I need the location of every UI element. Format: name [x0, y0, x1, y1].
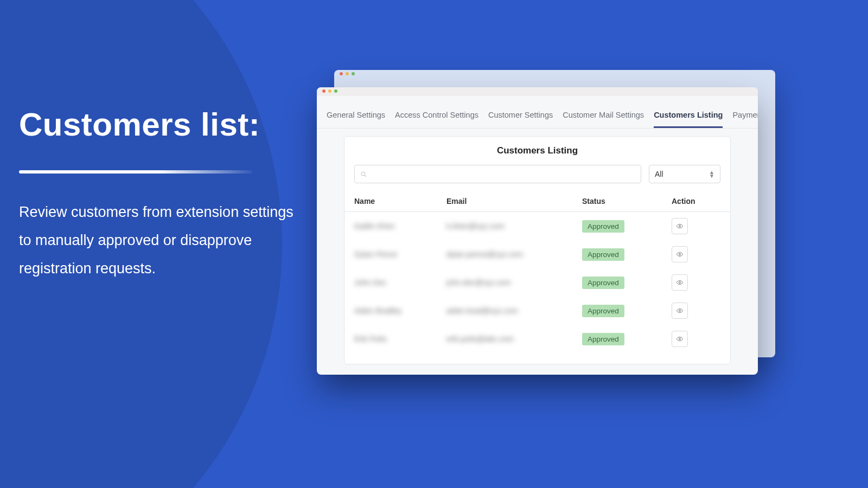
cell-email: k.khen@xyz.com — [446, 222, 505, 230]
table-row: Dylan Pencedylan.pence@xyz.comApproved — [344, 240, 730, 268]
settings-tabs: General Settings Access Control Settings… — [317, 95, 758, 129]
divider — [19, 170, 252, 174]
eye-icon — [676, 279, 684, 286]
tab-payment-settings[interactable]: Payment Settings — [732, 111, 758, 128]
view-button[interactable] — [672, 303, 688, 319]
table-header: Name Email Status Action — [344, 191, 730, 212]
svg-point-3 — [679, 254, 681, 255]
card-toolbar: All ▲▼ — [344, 165, 730, 191]
view-button[interactable] — [672, 246, 688, 262]
cell-name: Dylan Pence — [354, 250, 397, 259]
cell-name: Kaitlin Khen — [354, 222, 395, 230]
status-badge: Approved — [582, 220, 624, 233]
search-input[interactable] — [354, 165, 641, 183]
traffic-light-min-icon[interactable] — [328, 89, 331, 93]
cell-name: Erik Potts — [354, 335, 387, 343]
status-badge: Approved — [582, 277, 624, 289]
customers-listing-card: Customers Listing All ▲▼ Name Email Stat… — [344, 136, 731, 364]
col-name: Name — [354, 197, 446, 206]
svg-point-6 — [679, 338, 681, 340]
select-caret-icon: ▲▼ — [709, 170, 714, 178]
status-filter-value: All — [655, 170, 663, 178]
cell-name: Aiden Bradley — [354, 306, 401, 315]
view-button[interactable] — [672, 331, 688, 347]
status-badge: Approved — [582, 248, 624, 261]
card-title: Customers Listing — [344, 145, 730, 156]
table-row: Kaitlin Khenk.khen@xyz.comApproved — [344, 212, 730, 240]
svg-line-1 — [365, 175, 366, 177]
svg-point-5 — [679, 310, 681, 312]
svg-point-4 — [679, 282, 681, 284]
cell-name: John Dec — [354, 278, 386, 287]
search-icon — [360, 171, 367, 178]
traffic-light-close-icon — [340, 72, 343, 75]
view-button[interactable] — [672, 274, 688, 291]
eye-icon — [676, 251, 684, 258]
cell-email: aiden.brad@xyz.com — [446, 306, 518, 315]
window-chrome — [317, 87, 758, 95]
page-subtitle: Review customers from extension settings… — [19, 198, 301, 282]
cell-email: john.dec@xyz.com — [446, 278, 510, 287]
tab-general-settings[interactable]: General Settings — [327, 111, 385, 128]
eye-icon — [676, 335, 684, 343]
view-button[interactable] — [672, 218, 688, 234]
page-title: Customers list: — [19, 106, 301, 143]
table-row: Aiden Bradleyaiden.brad@xyz.comApproved — [344, 297, 730, 325]
window-chrome — [334, 70, 775, 77]
marketing-copy: Customers list: Review customers from ex… — [19, 106, 301, 282]
tab-customer-mail-settings[interactable]: Customer Mail Settings — [563, 111, 644, 128]
status-badge: Approved — [582, 333, 624, 345]
col-action: Action — [672, 197, 720, 206]
svg-point-2 — [679, 226, 681, 227]
col-status: Status — [582, 197, 672, 206]
svg-point-0 — [361, 172, 365, 176]
tab-customer-settings[interactable]: Customer Settings — [488, 111, 553, 128]
traffic-light-min-icon — [346, 72, 349, 75]
status-badge: Approved — [582, 305, 624, 317]
eye-icon — [676, 222, 684, 230]
traffic-light-close-icon[interactable] — [322, 89, 326, 93]
settings-window: General Settings Access Control Settings… — [317, 87, 758, 375]
status-filter-select[interactable]: All ▲▼ — [649, 165, 720, 183]
traffic-light-max-icon — [352, 72, 355, 75]
tab-access-control-settings[interactable]: Access Control Settings — [395, 111, 478, 128]
cell-email: erik.potts@abc.com — [446, 335, 514, 343]
table-row: Erik Pottserik.potts@abc.comApproved — [344, 325, 730, 353]
table-row: John Decjohn.dec@xyz.comApproved — [344, 268, 730, 297]
cell-email: dylan.pence@xyz.com — [446, 250, 523, 259]
col-email: Email — [446, 197, 582, 206]
eye-icon — [676, 307, 684, 314]
tab-customers-listing[interactable]: Customers Listing — [654, 111, 723, 128]
traffic-light-max-icon[interactable] — [334, 89, 337, 93]
